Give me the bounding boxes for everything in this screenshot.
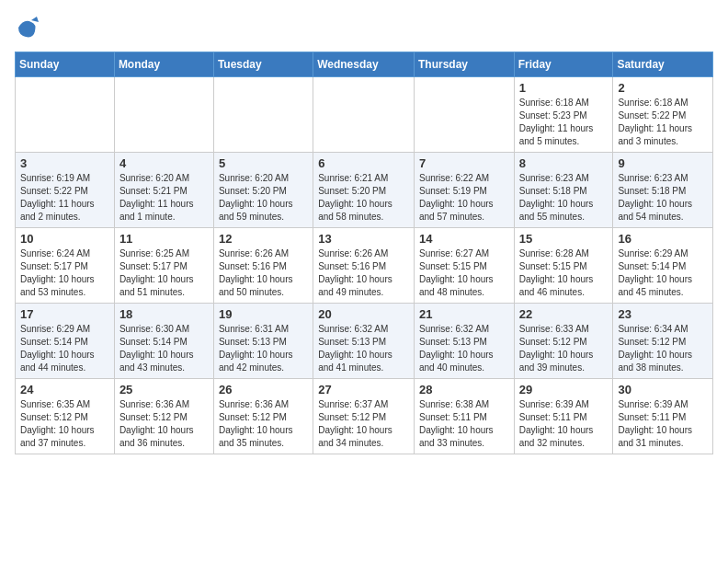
- day-cell: 18Sunrise: 6:30 AM Sunset: 5:14 PM Dayli…: [114, 304, 213, 379]
- col-header-monday: Monday: [114, 52, 213, 77]
- day-cell: 17Sunrise: 6:29 AM Sunset: 5:14 PM Dayli…: [16, 304, 115, 379]
- day-number: 25: [119, 383, 209, 396]
- day-info: Sunrise: 6:19 AM Sunset: 5:22 PM Dayligh…: [20, 172, 109, 224]
- day-cell: 8Sunrise: 6:23 AM Sunset: 5:18 PM Daylig…: [514, 153, 613, 228]
- day-number: 22: [519, 307, 609, 321]
- day-info: Sunrise: 6:38 AM Sunset: 5:11 PM Dayligh…: [419, 398, 509, 450]
- day-info: Sunrise: 6:32 AM Sunset: 5:13 PM Dayligh…: [419, 323, 509, 374]
- logo: [15, 15, 44, 40]
- day-cell: 13Sunrise: 6:26 AM Sunset: 5:16 PM Dayli…: [313, 228, 415, 304]
- day-number: 6: [318, 156, 409, 170]
- day-number: 7: [419, 156, 509, 170]
- day-cell: 9Sunrise: 6:23 AM Sunset: 5:18 PM Daylig…: [613, 153, 713, 228]
- day-number: 5: [219, 156, 308, 170]
- week-row-1: 1Sunrise: 6:18 AM Sunset: 5:23 PM Daylig…: [16, 77, 713, 153]
- day-info: Sunrise: 6:28 AM Sunset: 5:15 PM Dayligh…: [519, 247, 609, 299]
- day-info: Sunrise: 6:33 AM Sunset: 5:12 PM Dayligh…: [519, 323, 609, 374]
- day-info: Sunrise: 6:35 AM Sunset: 5:12 PM Dayligh…: [20, 398, 109, 450]
- day-cell: 16Sunrise: 6:29 AM Sunset: 5:14 PM Dayli…: [613, 228, 713, 304]
- day-number: 1: [519, 81, 609, 95]
- day-number: 29: [519, 383, 609, 396]
- day-cell: 6Sunrise: 6:21 AM Sunset: 5:20 PM Daylig…: [313, 153, 415, 228]
- day-info: Sunrise: 6:24 AM Sunset: 5:17 PM Dayligh…: [20, 247, 109, 299]
- day-number: 2: [618, 81, 708, 95]
- day-info: Sunrise: 6:39 AM Sunset: 5:11 PM Dayligh…: [618, 398, 708, 450]
- day-cell: 7Sunrise: 6:22 AM Sunset: 5:19 PM Daylig…: [414, 153, 514, 228]
- day-info: Sunrise: 6:23 AM Sunset: 5:18 PM Dayligh…: [618, 172, 708, 224]
- day-number: 14: [419, 232, 509, 246]
- logo-icon: [15, 15, 40, 40]
- col-header-saturday: Saturday: [613, 52, 713, 77]
- day-info: Sunrise: 6:39 AM Sunset: 5:11 PM Dayligh…: [519, 398, 609, 450]
- day-number: 11: [119, 232, 209, 246]
- day-info: Sunrise: 6:34 AM Sunset: 5:12 PM Dayligh…: [618, 323, 708, 374]
- day-number: 20: [318, 307, 409, 321]
- day-info: Sunrise: 6:18 AM Sunset: 5:22 PM Dayligh…: [618, 97, 708, 148]
- day-cell: [114, 77, 213, 153]
- col-header-wednesday: Wednesday: [313, 52, 415, 77]
- day-cell: 28Sunrise: 6:38 AM Sunset: 5:11 PM Dayli…: [414, 379, 514, 454]
- day-number: 12: [219, 232, 308, 246]
- day-cell: 25Sunrise: 6:36 AM Sunset: 5:12 PM Dayli…: [114, 379, 213, 454]
- day-number: 15: [519, 232, 609, 246]
- day-info: Sunrise: 6:20 AM Sunset: 5:21 PM Dayligh…: [119, 172, 209, 224]
- day-info: Sunrise: 6:36 AM Sunset: 5:12 PM Dayligh…: [119, 398, 209, 450]
- day-info: Sunrise: 6:23 AM Sunset: 5:18 PM Dayligh…: [519, 172, 609, 224]
- header-row: SundayMondayTuesdayWednesdayThursdayFrid…: [16, 52, 713, 77]
- day-info: Sunrise: 6:18 AM Sunset: 5:23 PM Dayligh…: [519, 97, 609, 148]
- day-number: 27: [318, 383, 409, 396]
- day-cell: [414, 77, 514, 153]
- day-cell: 15Sunrise: 6:28 AM Sunset: 5:15 PM Dayli…: [514, 228, 613, 304]
- day-info: Sunrise: 6:26 AM Sunset: 5:16 PM Dayligh…: [219, 247, 308, 299]
- day-cell: 1Sunrise: 6:18 AM Sunset: 5:23 PM Daylig…: [514, 77, 613, 153]
- day-info: Sunrise: 6:26 AM Sunset: 5:16 PM Dayligh…: [318, 247, 409, 299]
- day-info: Sunrise: 6:37 AM Sunset: 5:12 PM Dayligh…: [318, 398, 409, 450]
- day-cell: 2Sunrise: 6:18 AM Sunset: 5:22 PM Daylig…: [613, 77, 713, 153]
- day-info: Sunrise: 6:20 AM Sunset: 5:20 PM Dayligh…: [219, 172, 308, 224]
- day-info: Sunrise: 6:36 AM Sunset: 5:12 PM Dayligh…: [219, 398, 308, 450]
- day-number: 9: [618, 156, 708, 170]
- day-info: Sunrise: 6:27 AM Sunset: 5:15 PM Dayligh…: [419, 247, 509, 299]
- day-cell: 22Sunrise: 6:33 AM Sunset: 5:12 PM Dayli…: [514, 304, 613, 379]
- day-cell: 3Sunrise: 6:19 AM Sunset: 5:22 PM Daylig…: [16, 153, 115, 228]
- col-header-tuesday: Tuesday: [213, 52, 313, 77]
- week-row-2: 3Sunrise: 6:19 AM Sunset: 5:22 PM Daylig…: [16, 153, 713, 228]
- day-info: Sunrise: 6:21 AM Sunset: 5:20 PM Dayligh…: [318, 172, 409, 224]
- day-cell: [213, 77, 313, 153]
- day-cell: 21Sunrise: 6:32 AM Sunset: 5:13 PM Dayli…: [414, 304, 514, 379]
- day-info: Sunrise: 6:29 AM Sunset: 5:14 PM Dayligh…: [618, 247, 708, 299]
- week-row-4: 17Sunrise: 6:29 AM Sunset: 5:14 PM Dayli…: [16, 304, 713, 379]
- day-cell: 14Sunrise: 6:27 AM Sunset: 5:15 PM Dayli…: [414, 228, 514, 304]
- day-info: Sunrise: 6:32 AM Sunset: 5:13 PM Dayligh…: [318, 323, 409, 374]
- day-number: 8: [519, 156, 609, 170]
- col-header-sunday: Sunday: [16, 52, 115, 77]
- day-number: 30: [618, 383, 708, 396]
- day-cell: [313, 77, 415, 153]
- day-info: Sunrise: 6:25 AM Sunset: 5:17 PM Dayligh…: [119, 247, 209, 299]
- page-header: [15, 15, 713, 40]
- day-cell: 11Sunrise: 6:25 AM Sunset: 5:17 PM Dayli…: [114, 228, 213, 304]
- day-cell: 5Sunrise: 6:20 AM Sunset: 5:20 PM Daylig…: [213, 153, 313, 228]
- day-number: 21: [419, 307, 509, 321]
- col-header-friday: Friday: [514, 52, 613, 77]
- day-number: 28: [419, 383, 509, 396]
- day-info: Sunrise: 6:31 AM Sunset: 5:13 PM Dayligh…: [219, 323, 308, 374]
- day-cell: [16, 77, 115, 153]
- day-cell: 26Sunrise: 6:36 AM Sunset: 5:12 PM Dayli…: [213, 379, 313, 454]
- day-number: 16: [618, 232, 708, 246]
- day-number: 3: [20, 156, 109, 170]
- day-cell: 4Sunrise: 6:20 AM Sunset: 5:21 PM Daylig…: [114, 153, 213, 228]
- day-number: 23: [618, 307, 708, 321]
- day-number: 17: [20, 307, 109, 321]
- week-row-5: 24Sunrise: 6:35 AM Sunset: 5:12 PM Dayli…: [16, 379, 713, 454]
- day-cell: 10Sunrise: 6:24 AM Sunset: 5:17 PM Dayli…: [16, 228, 115, 304]
- day-cell: 19Sunrise: 6:31 AM Sunset: 5:13 PM Dayli…: [213, 304, 313, 379]
- day-cell: 29Sunrise: 6:39 AM Sunset: 5:11 PM Dayli…: [514, 379, 613, 454]
- day-info: Sunrise: 6:22 AM Sunset: 5:19 PM Dayligh…: [419, 172, 509, 224]
- day-cell: 30Sunrise: 6:39 AM Sunset: 5:11 PM Dayli…: [613, 379, 713, 454]
- day-number: 24: [20, 383, 109, 396]
- col-header-thursday: Thursday: [414, 52, 514, 77]
- calendar-table: SundayMondayTuesdayWednesdayThursdayFrid…: [15, 52, 713, 454]
- day-cell: 24Sunrise: 6:35 AM Sunset: 5:12 PM Dayli…: [16, 379, 115, 454]
- day-cell: 20Sunrise: 6:32 AM Sunset: 5:13 PM Dayli…: [313, 304, 415, 379]
